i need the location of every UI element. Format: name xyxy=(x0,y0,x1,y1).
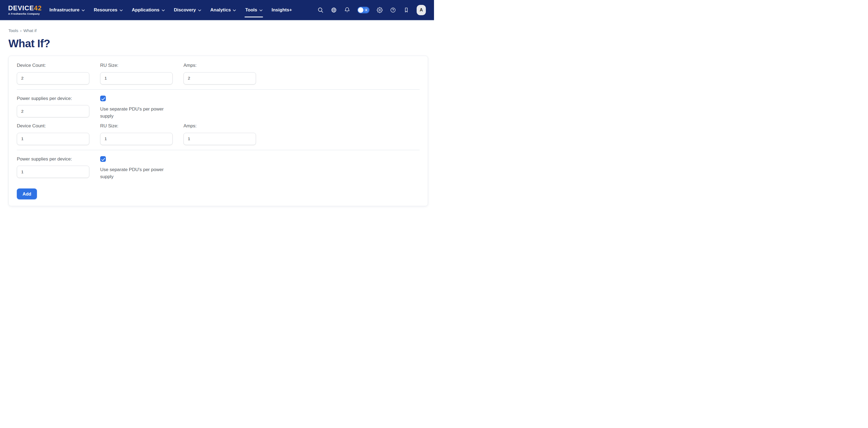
nav-item-analytics[interactable]: Analytics xyxy=(210,0,236,20)
ru-size-label: RU Size: xyxy=(100,122,173,130)
breadcrumb-current: What if xyxy=(23,28,36,33)
top-navbar: DEVICE42 A Freshworks Company Infrastruc… xyxy=(0,0,434,20)
device-count-label: Device Count: xyxy=(17,122,89,130)
power-supplies-label: Power supplies per device: xyxy=(17,95,79,102)
main-content: Tools › What if What If? Device Count: R… xyxy=(0,21,434,206)
separate-pdu-label: Use separate PDU's per power supply xyxy=(100,166,169,180)
power-supplies-input[interactable] xyxy=(17,166,89,178)
active-tab-underline xyxy=(245,17,263,18)
field-power-supplies-2: Power supplies per device: xyxy=(17,154,89,180)
field-amps-1: Amps: xyxy=(184,60,256,84)
navbar-right-actions: A xyxy=(317,5,426,15)
help-icon[interactable] xyxy=(390,7,396,13)
amps-label: Amps: xyxy=(184,122,256,130)
breadcrumb-tools-link[interactable]: Tools xyxy=(8,28,18,33)
main-nav-menu: Infrastructure Resources Applications Di… xyxy=(50,0,292,20)
nav-item-resources[interactable]: Resources xyxy=(94,0,123,20)
device-count-label: Device Count: xyxy=(17,62,89,69)
amps-input[interactable] xyxy=(184,72,256,84)
nav-item-infrastructure[interactable]: Infrastructure xyxy=(50,0,85,20)
what-if-form-card: Device Count: RU Size: Amps: Power suppl… xyxy=(8,56,428,206)
sun-icon xyxy=(364,8,369,12)
form-row-group1-counts: Device Count: RU Size: Amps: xyxy=(17,60,420,84)
breadcrumb-separator: › xyxy=(20,28,22,33)
chevron-down-icon xyxy=(82,9,85,11)
nav-item-label: Analytics xyxy=(210,7,231,13)
device-count-input[interactable] xyxy=(17,72,89,84)
chevron-down-icon xyxy=(259,9,262,11)
nav-item-label: Tools xyxy=(245,7,257,13)
separate-pdu-checkbox[interactable] xyxy=(100,95,106,101)
logo-accent-text: 42 xyxy=(34,4,42,12)
search-icon[interactable] xyxy=(317,7,323,13)
field-amps-2: Amps: xyxy=(184,121,256,145)
field-separate-pdu-1: Use separate PDU's per power supply xyxy=(100,93,173,120)
power-supplies-label: Power supplies per device: xyxy=(17,155,79,163)
field-power-supplies-1: Power supplies per device: xyxy=(17,93,89,120)
field-device-count-2: Device Count: xyxy=(17,121,89,145)
avatar-initial: A xyxy=(420,8,423,12)
form-row-group2-power: Power supplies per device: Use separate … xyxy=(17,154,420,180)
theme-toggle[interactable] xyxy=(358,7,369,13)
ru-size-label: RU Size: xyxy=(100,62,173,69)
field-separate-pdu-2: Use separate PDU's per power supply xyxy=(100,154,173,180)
nav-item-applications[interactable]: Applications xyxy=(132,0,165,20)
separate-pdu-label: Use separate PDU's per power supply xyxy=(100,106,169,120)
field-ru-size-2: RU Size: xyxy=(100,121,173,145)
chevron-down-icon xyxy=(162,9,165,11)
chevron-down-icon xyxy=(198,9,201,11)
nav-item-insights-plus[interactable]: Insights+ xyxy=(272,0,292,20)
field-ru-size-1: RU Size: xyxy=(100,60,173,84)
amps-label: Amps: xyxy=(184,62,256,69)
ru-size-input[interactable] xyxy=(100,133,173,145)
notifications-bell-icon[interactable] xyxy=(344,7,350,13)
row-divider xyxy=(17,150,420,150)
nav-item-discovery[interactable]: Discovery xyxy=(174,0,201,20)
logo-brand-text: DEVICE xyxy=(8,4,34,12)
settings-gear-icon[interactable] xyxy=(377,7,383,13)
device42-logo-text: DEVICE42 xyxy=(8,5,42,11)
toggle-knob xyxy=(358,7,364,13)
globe-icon[interactable] xyxy=(331,7,337,13)
nav-item-label: Applications xyxy=(132,7,160,13)
add-button[interactable]: Add xyxy=(17,189,37,199)
amps-input[interactable] xyxy=(184,133,256,145)
field-device-count-1: Device Count: xyxy=(17,60,89,84)
chevron-down-icon xyxy=(120,9,123,11)
chevron-down-icon xyxy=(233,9,236,11)
device42-logo[interactable]: DEVICE42 A Freshworks Company xyxy=(8,5,42,15)
nav-item-tools[interactable]: Tools xyxy=(245,0,262,20)
logo-tagline: A Freshworks Company xyxy=(8,12,42,15)
breadcrumb: Tools › What if xyxy=(8,28,428,33)
form-row-group1-power: Power supplies per device: Use separate … xyxy=(17,93,420,120)
nav-item-label: Discovery xyxy=(174,7,196,13)
device-count-input[interactable] xyxy=(17,133,89,145)
ru-size-input[interactable] xyxy=(100,72,173,84)
bookmark-icon[interactable] xyxy=(403,7,409,13)
user-avatar[interactable]: A xyxy=(416,5,426,15)
power-supplies-input[interactable] xyxy=(17,105,89,117)
form-row-group2-counts: Device Count: RU Size: Amps: xyxy=(17,121,420,145)
nav-item-label: Insights+ xyxy=(272,7,292,13)
nav-item-label: Infrastructure xyxy=(50,7,80,13)
nav-item-label: Resources xyxy=(94,7,118,13)
row-divider xyxy=(17,89,420,90)
separate-pdu-checkbox[interactable] xyxy=(100,156,106,162)
page-title: What If? xyxy=(8,37,428,50)
